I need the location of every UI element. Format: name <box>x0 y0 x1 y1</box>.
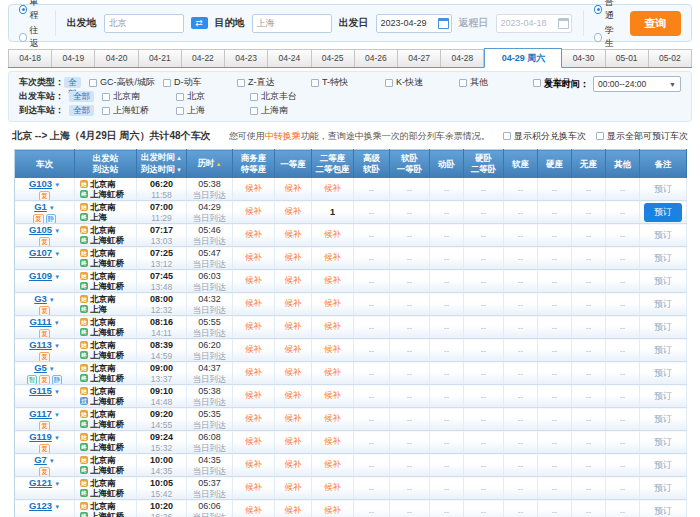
seat-availability-cell[interactable]: 候补 <box>233 247 275 270</box>
expand-caret-icon[interactable]: ▼ <box>54 481 60 487</box>
radio-icon[interactable] <box>594 33 602 42</box>
column-header[interactable]: 动卧 <box>430 150 464 179</box>
expand-caret-icon[interactable]: ▼ <box>54 228 60 234</box>
seat-availability-cell[interactable]: 候补 <box>312 408 354 431</box>
depart-time-select[interactable]: 00:00--24:00 ▼ <box>593 76 681 92</box>
date-tab[interactable]: 04-20 <box>95 49 138 67</box>
date-tab[interactable]: 04-28 <box>441 49 484 67</box>
seat-availability-cell[interactable]: 候补 <box>312 362 354 385</box>
date-tab[interactable]: 04-30 <box>562 49 605 67</box>
seat-availability-cell[interactable]: 候补 <box>312 477 354 500</box>
show-all-bookable-checkbox[interactable]: 显示全部可预订车次 <box>596 130 688 143</box>
train-number-link[interactable]: G1 <box>34 201 47 212</box>
seat-availability-cell[interactable]: 候补 <box>275 385 312 408</box>
seat-availability-cell[interactable]: 候补 <box>233 178 275 201</box>
checkbox-icon[interactable] <box>102 93 110 101</box>
column-header[interactable]: 一等座 <box>275 150 312 179</box>
date-tab[interactable]: 04-26 <box>355 49 398 67</box>
expand-caret-icon[interactable]: ▼ <box>54 182 60 188</box>
seat-availability-cell[interactable]: 候补 <box>312 385 354 408</box>
show-points-trains-checkbox[interactable]: 显示积分兑换车次 <box>503 130 586 143</box>
book-button[interactable]: 预订 <box>644 203 682 222</box>
seat-availability-cell[interactable]: 候补 <box>275 293 312 316</box>
seat-availability-cell[interactable]: 候补 <box>312 293 354 316</box>
date-tab[interactable]: 05-02 <box>649 49 692 67</box>
seat-availability-cell[interactable]: 候补 <box>233 477 275 500</box>
checkbox-icon[interactable] <box>176 93 184 101</box>
filter-option[interactable]: 其他 <box>459 76 515 89</box>
select-all-badge[interactable]: 全部 <box>69 91 94 102</box>
seat-availability-cell[interactable]: 候补 <box>275 454 312 477</box>
column-header[interactable]: 车次 <box>15 150 75 179</box>
seat-availability-cell[interactable]: 候补 <box>275 224 312 247</box>
expand-caret-icon[interactable]: ▼ <box>54 320 60 326</box>
expand-caret-icon[interactable]: ▼ <box>54 251 60 257</box>
date-tab[interactable]: 04-27 <box>398 49 441 67</box>
expand-caret-icon[interactable]: ▼ <box>54 389 60 395</box>
date-tab[interactable]: 04-18 <box>8 49 52 67</box>
seat-availability-cell[interactable]: 候补 <box>275 270 312 293</box>
seat-availability-cell[interactable]: 候补 <box>275 477 312 500</box>
checkbox-icon[interactable] <box>459 79 467 87</box>
seat-availability-cell[interactable]: 候补 <box>233 431 275 454</box>
filter-option[interactable]: GC-高铁/城际 <box>89 76 145 89</box>
column-header[interactable]: 二等座二等包座 <box>312 150 354 179</box>
train-number-link[interactable]: G111 <box>29 316 51 327</box>
checkbox-icon[interactable] <box>176 107 184 115</box>
column-header[interactable]: 软卧一等卧 <box>390 150 430 179</box>
checkbox-icon[interactable] <box>163 79 171 87</box>
date-tab[interactable]: 04-19 <box>52 49 95 67</box>
checkbox-icon[interactable] <box>311 79 319 87</box>
transfer-link[interactable]: 中转换乘 <box>265 131 301 141</box>
passenger-normal-option[interactable]: 普通 <box>594 0 619 22</box>
train-number-link[interactable]: G7 <box>34 454 47 465</box>
column-header[interactable]: 其他 <box>606 150 640 179</box>
trip-oneway-option[interactable]: 单程 <box>19 0 44 22</box>
filter-option[interactable]: Z-直达 <box>237 76 293 89</box>
seat-availability-cell[interactable]: 候补 <box>233 316 275 339</box>
train-number-link[interactable]: G121 <box>29 477 52 488</box>
expand-caret-icon[interactable]: ▼ <box>49 297 55 303</box>
radio-selected-icon[interactable] <box>594 5 602 14</box>
seat-availability-cell[interactable]: 候补 <box>233 339 275 362</box>
expand-caret-icon[interactable]: ▼ <box>54 412 60 418</box>
seat-availability-cell[interactable]: 候补 <box>275 201 312 224</box>
train-number-link[interactable]: G105 <box>29 224 52 235</box>
date-tab[interactable]: 04-23 <box>225 49 268 67</box>
column-header[interactable]: 软座 <box>504 150 538 179</box>
passenger-student-option[interactable]: 学生 <box>594 24 619 50</box>
checkbox-icon[interactable] <box>102 107 110 115</box>
train-number-link[interactable]: G113 <box>29 339 52 350</box>
seat-availability-cell[interactable]: 候补 <box>312 500 354 517</box>
seat-availability-cell[interactable]: 候补 <box>275 408 312 431</box>
sort-asc-icon[interactable]: ▲ <box>176 155 182 161</box>
column-header[interactable]: 硬卧二等卧 <box>464 150 504 179</box>
filter-option[interactable]: K-快速 <box>385 76 441 89</box>
search-button[interactable]: 查询 <box>630 11 681 36</box>
seat-availability-cell[interactable]: 候补 <box>233 224 275 247</box>
checkbox-icon[interactable] <box>89 79 97 87</box>
expand-caret-icon[interactable]: ▼ <box>54 274 60 280</box>
expand-caret-icon[interactable]: ▼ <box>54 343 60 349</box>
train-number-link[interactable]: G109 <box>29 270 52 281</box>
seat-availability-cell[interactable]: 候补 <box>312 454 354 477</box>
filter-option[interactable]: 上海虹桥 <box>102 104 158 117</box>
radio-icon[interactable] <box>19 33 27 42</box>
from-input[interactable] <box>104 14 184 33</box>
train-number-link[interactable]: G117 <box>29 408 52 419</box>
seat-availability-cell[interactable]: 候补 <box>312 339 354 362</box>
swap-stations-icon[interactable]: ⇄ <box>191 17 208 29</box>
column-header[interactable]: 无座 <box>572 150 606 179</box>
column-header[interactable]: 硬座 <box>538 150 572 179</box>
filter-option[interactable]: 上海南 <box>250 104 306 117</box>
expand-caret-icon[interactable]: ▼ <box>49 458 55 464</box>
seat-availability-cell[interactable]: 候补 <box>275 500 312 517</box>
expand-caret-icon[interactable]: ▼ <box>49 366 55 372</box>
column-header[interactable]: 出发时间▲到达时间▼ <box>137 150 187 179</box>
checkbox-icon[interactable] <box>250 107 258 115</box>
seat-availability-cell[interactable]: 候补 <box>275 431 312 454</box>
filter-option[interactable]: 北京南 <box>102 90 158 103</box>
trip-roundtrip-option[interactable]: 往返 <box>19 24 44 50</box>
to-input[interactable] <box>252 14 332 33</box>
seat-availability-cell[interactable]: 候补 <box>312 178 354 201</box>
